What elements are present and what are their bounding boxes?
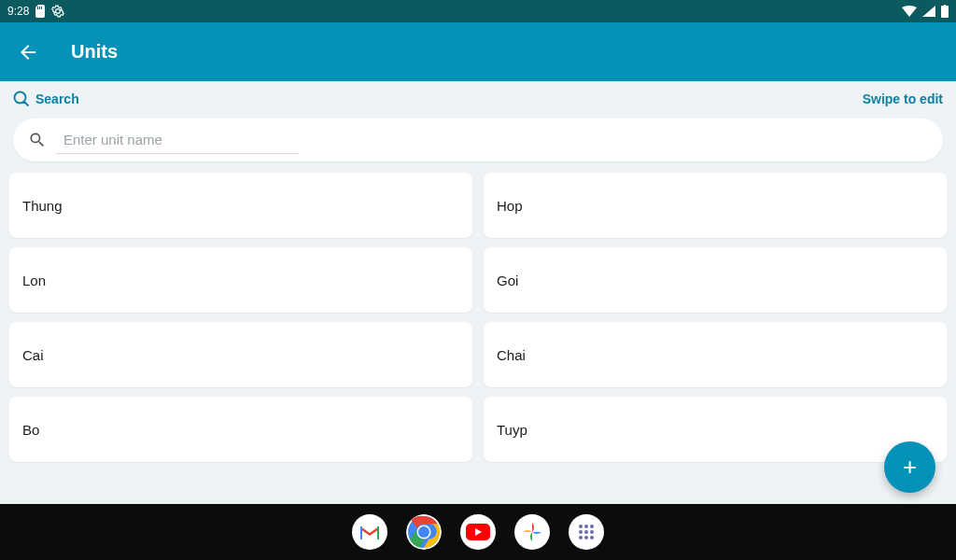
youtube-icon bbox=[466, 524, 490, 540]
svg-point-6 bbox=[584, 525, 588, 528]
cell-signal-icon bbox=[922, 6, 935, 17]
search-label-text: Search bbox=[35, 91, 79, 106]
svg-point-7 bbox=[590, 525, 594, 528]
units-grid: Thung Hop Lon Goi Cai Chai Bo Tuyp bbox=[0, 173, 956, 462]
svg-point-12 bbox=[584, 536, 588, 539]
status-time: 9:28 bbox=[7, 5, 29, 18]
unit-name: Hop bbox=[497, 198, 523, 214]
gmail-app-icon[interactable] bbox=[352, 514, 387, 550]
unit-name: Bo bbox=[22, 422, 39, 438]
unit-name: Cai bbox=[22, 347, 44, 363]
unit-card[interactable]: Tuyp bbox=[484, 397, 947, 462]
unit-name: Lon bbox=[22, 273, 46, 288]
unit-name: Thung bbox=[22, 198, 63, 214]
unit-card[interactable]: Bo bbox=[9, 397, 472, 462]
photos-icon bbox=[520, 520, 544, 544]
unit-name: Tuyp bbox=[497, 422, 527, 438]
svg-point-13 bbox=[590, 536, 594, 539]
svg-point-5 bbox=[579, 525, 583, 528]
svg-point-9 bbox=[584, 530, 588, 534]
unit-name: Goi bbox=[497, 273, 518, 288]
add-unit-fab[interactable]: + bbox=[884, 441, 935, 493]
chrome-icon bbox=[406, 514, 442, 550]
system-nav-bar bbox=[0, 504, 956, 560]
plus-icon: + bbox=[903, 453, 917, 482]
search-icon bbox=[28, 131, 47, 149]
search-box[interactable] bbox=[13, 119, 943, 161]
arrow-left-icon bbox=[17, 41, 39, 63]
sub-bar: Search Swipe to edit bbox=[0, 81, 956, 113]
chrome-app-icon[interactable] bbox=[406, 514, 442, 550]
unit-name: Chai bbox=[497, 347, 526, 363]
search-section-label: Search bbox=[13, 91, 79, 107]
gmail-icon bbox=[358, 523, 382, 541]
app-bar: Units bbox=[0, 22, 956, 81]
unit-card[interactable]: Lon bbox=[9, 247, 472, 313]
unit-card[interactable]: Chai bbox=[484, 322, 947, 387]
back-button[interactable] bbox=[11, 35, 45, 69]
photos-app-icon[interactable] bbox=[514, 514, 550, 550]
unit-card[interactable]: Cai bbox=[9, 322, 472, 387]
gear-icon bbox=[51, 5, 64, 18]
youtube-app-icon[interactable] bbox=[460, 514, 496, 550]
svg-point-3 bbox=[418, 526, 429, 538]
status-left: 9:28 bbox=[7, 5, 64, 18]
battery-icon bbox=[941, 5, 949, 18]
unit-card[interactable]: Goi bbox=[484, 247, 947, 313]
svg-point-11 bbox=[579, 536, 583, 539]
status-right bbox=[902, 5, 949, 18]
search-icon bbox=[13, 91, 30, 107]
swipe-hint: Swipe to edit bbox=[863, 91, 943, 106]
wifi-icon bbox=[902, 6, 917, 17]
unit-card[interactable]: Hop bbox=[484, 173, 947, 238]
apps-drawer-icon[interactable] bbox=[569, 514, 604, 550]
sd-card-icon bbox=[35, 5, 46, 18]
svg-point-10 bbox=[590, 530, 594, 534]
unit-card[interactable]: Thung bbox=[9, 173, 472, 238]
svg-point-8 bbox=[579, 530, 583, 534]
unit-name-input[interactable] bbox=[56, 126, 299, 154]
apps-grid-icon bbox=[577, 523, 596, 541]
status-bar: 9:28 bbox=[0, 0, 956, 22]
page-title: Units bbox=[71, 41, 118, 63]
